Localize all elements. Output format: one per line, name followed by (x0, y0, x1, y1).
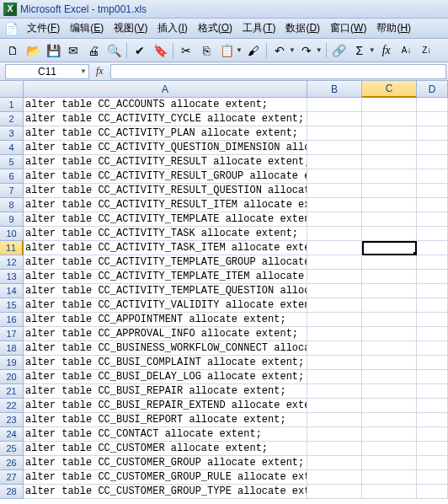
cell-D12[interactable] (417, 255, 448, 270)
cell-D6[interactable] (417, 169, 448, 184)
cell-A10[interactable]: alter table CC_ACTIVITY_TASK allocate ex… (24, 227, 307, 241)
cell-B21[interactable] (307, 384, 362, 399)
cell-D16[interactable] (417, 313, 448, 327)
row-header[interactable]: 8 (0, 198, 24, 212)
cell-C13[interactable] (362, 270, 417, 284)
menu-window[interactable]: 窗口(W) (325, 19, 371, 37)
sum-dropdown-icon[interactable]: ▼ (369, 46, 376, 54)
cell-A24[interactable]: alter table CC_CONTACT allocate extent; (24, 427, 307, 442)
cell-C25[interactable] (362, 442, 417, 456)
menu-tools[interactable]: 工具(T) (237, 19, 280, 37)
print-button[interactable]: 🖨 (84, 41, 103, 60)
row-header[interactable]: 9 (0, 212, 24, 227)
cell-C22[interactable] (362, 399, 417, 413)
spellcheck-button[interactable]: ✔ (131, 41, 149, 60)
select-all-corner[interactable] (0, 81, 24, 98)
row-header[interactable]: 24 (0, 427, 24, 442)
mail-button[interactable]: ✉ (64, 41, 83, 60)
cell-B23[interactable] (307, 413, 362, 427)
cell-B6[interactable] (307, 169, 362, 184)
cell-B16[interactable] (307, 313, 362, 327)
cell-C15[interactable] (362, 298, 417, 313)
cell-C17[interactable] (362, 327, 417, 341)
cell-A9[interactable]: alter table CC_ACTIVITY_TEMPLATE allocat… (24, 212, 307, 227)
cell-D11[interactable] (417, 241, 448, 255)
cell-D26[interactable] (417, 456, 448, 470)
cell-A2[interactable]: alter table CC_ACTIVITY_CYCLE allocate e… (24, 112, 307, 126)
menu-insert[interactable]: 插入(I) (152, 19, 192, 37)
save-button[interactable]: 💾 (44, 41, 62, 60)
cell-B9[interactable] (307, 212, 362, 227)
cell-D24[interactable] (417, 427, 448, 442)
row-header[interactable]: 14 (0, 284, 24, 298)
cell-B28[interactable] (307, 485, 362, 499)
cell-B20[interactable] (307, 370, 362, 384)
row-header[interactable]: 11 (0, 241, 24, 255)
cell-B13[interactable] (307, 270, 362, 284)
redo-button[interactable]: ↷ (297, 41, 316, 60)
redo-dropdown-icon[interactable]: ▼ (316, 46, 323, 54)
cell-B15[interactable] (307, 298, 362, 313)
cell-A1[interactable]: alter table CC_ACCOUNTS allocate extent; (24, 98, 307, 112)
name-box-dropdown-icon[interactable]: ▼ (80, 67, 87, 75)
cell-C6[interactable] (362, 169, 417, 184)
cell-B5[interactable] (307, 155, 362, 169)
cell-A8[interactable]: alter table CC_ACTIVITY_RESULT_ITEM allo… (24, 198, 307, 212)
row-header[interactable]: 1 (0, 98, 24, 112)
row-header[interactable]: 5 (0, 155, 24, 169)
row-header[interactable]: 7 (0, 184, 24, 198)
cell-C14[interactable] (362, 284, 417, 298)
cell-C28[interactable] (362, 485, 417, 499)
cell-B12[interactable] (307, 255, 362, 270)
cell-D5[interactable] (417, 155, 448, 169)
column-header-A[interactable]: A (24, 81, 307, 98)
row-header[interactable]: 23 (0, 413, 24, 427)
cell-B1[interactable] (307, 98, 362, 112)
cell-A28[interactable]: alter table CC_CUSTOMER_GROUP_TYPE alloc… (24, 485, 307, 499)
row-header[interactable]: 12 (0, 255, 24, 270)
undo-button[interactable]: ↶ (270, 41, 289, 60)
cell-D19[interactable] (417, 356, 448, 370)
cell-A25[interactable]: alter table CC_CUSTOMER allocate extent; (24, 442, 307, 456)
row-header[interactable]: 27 (0, 470, 24, 485)
autosum-button[interactable]: Σ (350, 41, 369, 60)
cell-A20[interactable]: alter table CC_BUSI_DELAY_LOG allocate e… (24, 370, 307, 384)
cell-A27[interactable]: alter table CC_CUSTOMER_GROUP_RULE alloc… (24, 470, 307, 485)
cell-A13[interactable]: alter table CC_ACTIVITY_TEMPLATE_ITEM al… (24, 270, 307, 284)
menu-format[interactable]: 格式(O) (193, 19, 237, 37)
cell-C26[interactable] (362, 456, 417, 470)
row-header[interactable]: 3 (0, 126, 24, 141)
row-header[interactable]: 19 (0, 356, 24, 370)
cell-C24[interactable] (362, 427, 417, 442)
cell-C7[interactable] (362, 184, 417, 198)
cell-C20[interactable] (362, 370, 417, 384)
cell-D7[interactable] (417, 184, 448, 198)
name-box[interactable]: C11 ▼ (5, 64, 89, 79)
formula-bar[interactable] (110, 64, 446, 79)
cell-B2[interactable] (307, 112, 362, 126)
cell-A21[interactable]: alter table CC_BUSI_REPAIR allocate exte… (24, 384, 307, 399)
column-header-C[interactable]: C (362, 81, 417, 98)
cell-C16[interactable] (362, 313, 417, 327)
cell-C11[interactable] (362, 241, 417, 255)
cell-C5[interactable] (362, 155, 417, 169)
cell-C23[interactable] (362, 413, 417, 427)
research-button[interactable]: 🔖 (151, 41, 169, 60)
row-header[interactable]: 26 (0, 456, 24, 470)
cell-D14[interactable] (417, 284, 448, 298)
format-painter-button[interactable]: 🖌 (244, 41, 263, 60)
cell-B4[interactable] (307, 141, 362, 155)
cut-button[interactable]: ✂ (177, 41, 195, 60)
cell-B3[interactable] (307, 126, 362, 141)
cell-A6[interactable]: alter table CC_ACTIVITY_RESULT_GROUP all… (24, 169, 307, 184)
insert-function-button[interactable]: fx (377, 41, 396, 60)
row-header[interactable]: 10 (0, 227, 24, 241)
row-header[interactable]: 25 (0, 442, 24, 456)
menu-data[interactable]: 数据(D) (280, 19, 325, 37)
menu-file[interactable]: 文件(F) (22, 19, 65, 37)
cell-A16[interactable]: alter table CC_APPOINTMENT allocate exte… (24, 313, 307, 327)
cell-D17[interactable] (417, 327, 448, 341)
row-header[interactable]: 2 (0, 112, 24, 126)
cell-D3[interactable] (417, 126, 448, 141)
cell-B27[interactable] (307, 470, 362, 485)
